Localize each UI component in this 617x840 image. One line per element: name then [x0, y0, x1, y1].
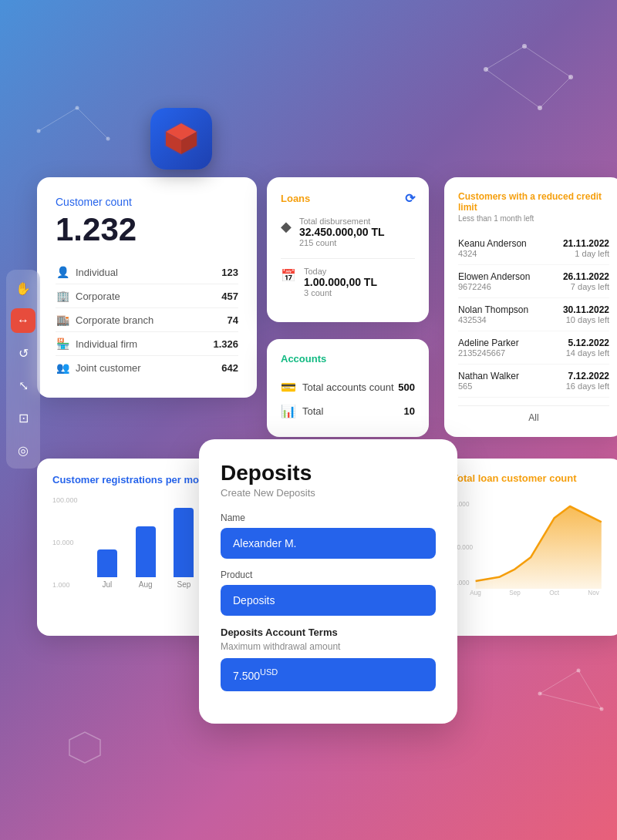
today-disbursement-item: 📅 Today 1.00.000,00 TL 3 count [281, 267, 415, 297]
credit-days-2: 10 days left [566, 315, 609, 324]
total-accounts-row: 💳 Total accounts count 500 [281, 375, 415, 399]
total-label: Total [302, 405, 323, 417]
credit-limit-subtitle: Less than 1 month left [458, 214, 609, 223]
move-tool-button[interactable]: ↔ [11, 308, 35, 333]
today-amount: 1.00.000,00 TL [304, 276, 377, 288]
deposits-subtitle: Create New Deposits [221, 487, 436, 499]
svg-text:Oct: Oct [549, 590, 559, 596]
svg-text:Aug: Aug [470, 590, 481, 596]
app-icon [150, 108, 212, 170]
y-label-0: 100.000 [52, 496, 78, 504]
hand-tool-button[interactable]: ✋ [11, 276, 35, 301]
individual-row: 👤 Individual 123 [56, 260, 238, 284]
svg-text:Nov: Nov [588, 590, 599, 596]
svg-line-6 [540, 77, 571, 108]
deposits-card: Deposits Create New Deposits Name Alexan… [199, 439, 457, 724]
svg-text:Sep: Sep [509, 590, 521, 596]
individual-firm-count: 1.326 [213, 338, 238, 350]
customer-count-value: 1.232 [56, 211, 238, 248]
corporate-row: 🏢 Corporate 457 [56, 284, 238, 308]
svg-line-5 [524, 46, 571, 77]
individual-firm-icon: 🏪 [56, 337, 69, 351]
corporate-count: 457 [221, 291, 238, 302]
credit-limit-card: Customers with a reduced credit limit Le… [444, 177, 617, 437]
y-label-1: 10.000 [52, 539, 78, 546]
loans-title: Loans [281, 193, 310, 204]
deposits-account-terms-title: Deposits Account Terms [221, 627, 436, 638]
credit-id-4: 565 [458, 381, 472, 391]
left-toolbar: ✋ ↔ ↺ ⤡ ⊡ ◎ [6, 270, 40, 469]
credit-date-3: 5.12.2022 [568, 338, 609, 348]
individual-count: 123 [221, 267, 238, 278]
corporate-branch-label: Corporate branch [76, 314, 153, 326]
svg-point-2 [568, 75, 573, 79]
total-row: 📊 Total 10 [281, 399, 415, 423]
credit-id-3: 2135245667 [458, 348, 505, 358]
bar-sep-label: Sep [177, 580, 190, 589]
joint-customer-label: Joint customer [76, 362, 141, 374]
loan-chart-card: Total loan customer count 0.000 10.000 1… [438, 459, 617, 636]
customer-count-label: Customer count [56, 196, 238, 208]
scale-tool-button[interactable]: ⤡ [11, 373, 35, 398]
credit-name-0: Keanu Anderson [458, 238, 527, 249]
credit-customer-3: Adeline Parker 5.12.2022 2135245667 14 d… [458, 331, 609, 365]
corporate-label: Corporate [76, 291, 120, 302]
svg-line-4 [486, 46, 524, 69]
loan-chart-title: Total loan customer count [452, 472, 609, 484]
today-label: Today [304, 267, 377, 276]
loans-card-header: Loans ⟳ [281, 191, 415, 206]
credit-customer-4: Nathan Walker 7.12.2022 565 16 days left [458, 365, 609, 398]
total-accounts-count: 500 [398, 381, 415, 393]
amount-input[interactable]: 7.500USD [221, 658, 436, 691]
credit-name-3: Adeline Parker [458, 338, 519, 348]
bar-aug: Aug [136, 526, 156, 589]
bar-jul-label: Jul [102, 580, 112, 589]
refresh-icon[interactable]: ⟳ [405, 191, 415, 206]
today-sub: 3 count [304, 288, 377, 297]
credit-id-0: 4324 [458, 249, 477, 258]
joint-customer-count: 642 [221, 362, 238, 374]
credit-date-1: 26.11.2022 [563, 271, 609, 282]
corporate-branch-icon: 🏬 [56, 313, 69, 327]
individual-icon: 👤 [56, 265, 69, 279]
y-label-2: 1.000 [52, 581, 78, 589]
rotate-tool-button[interactable]: ↺ [11, 341, 35, 365]
all-button[interactable]: All [458, 405, 609, 423]
total-disbursement-amount: 32.450.000,00 TL [299, 226, 385, 238]
credit-limit-title: Customers with a reduced credit limit [458, 191, 609, 213]
svg-point-10 [106, 137, 110, 141]
currency-label: USD [260, 667, 278, 677]
svg-point-0 [484, 67, 488, 72]
total-disbursement-item: ◆ Total disbursement 32.450.000,00 TL 21… [281, 217, 415, 247]
svg-line-7 [486, 69, 540, 108]
credit-date-4: 7.12.2022 [568, 371, 609, 381]
total-disbursement-sub: 215 count [299, 238, 385, 247]
amount-value: 7.500 [233, 670, 260, 682]
credit-days-0: 1 day left [575, 249, 609, 258]
accounts-card: Accounts 💳 Total accounts count 500 📊 To… [267, 339, 429, 437]
corporate-branch-row: 🏬 Corporate branch 74 [56, 308, 238, 332]
credit-days-3: 14 days left [566, 348, 609, 358]
customer-count-card: Customer count 1.232 👤 Individual 123 🏢 … [37, 177, 257, 398]
svg-line-12 [77, 108, 108, 139]
svg-point-1 [522, 44, 527, 49]
name-input[interactable]: Alexander M. [221, 528, 436, 559]
bar-jul: Jul [97, 549, 117, 589]
individual-firm-row: 🏪 Individual firm 1.326 [56, 332, 238, 356]
credit-customer-2: Nolan Thompson 30.11.2022 432534 10 days… [458, 298, 609, 331]
accounts-icon: 💳 [281, 380, 296, 395]
deposits-max-withdrawal-label: Maximum withdrawal amount [221, 641, 436, 652]
calendar-icon: 📅 [281, 268, 296, 283]
svg-point-8 [37, 129, 41, 133]
corporate-icon: 🏢 [56, 289, 69, 303]
joint-customer-icon: 👥 [56, 361, 69, 375]
credit-days-4: 16 days left [566, 381, 609, 391]
deposits-title: Deposits [221, 461, 436, 486]
select-tool-button[interactable]: ⊡ [11, 405, 35, 430]
individual-firm-label: Individual firm [76, 338, 137, 350]
globe-tool-button[interactable]: ◎ [11, 438, 35, 462]
svg-line-11 [39, 108, 77, 131]
product-input[interactable]: Deposits [221, 585, 436, 616]
bar-sep: Sep [174, 508, 194, 589]
diamond-icon: ◆ [281, 218, 292, 235]
